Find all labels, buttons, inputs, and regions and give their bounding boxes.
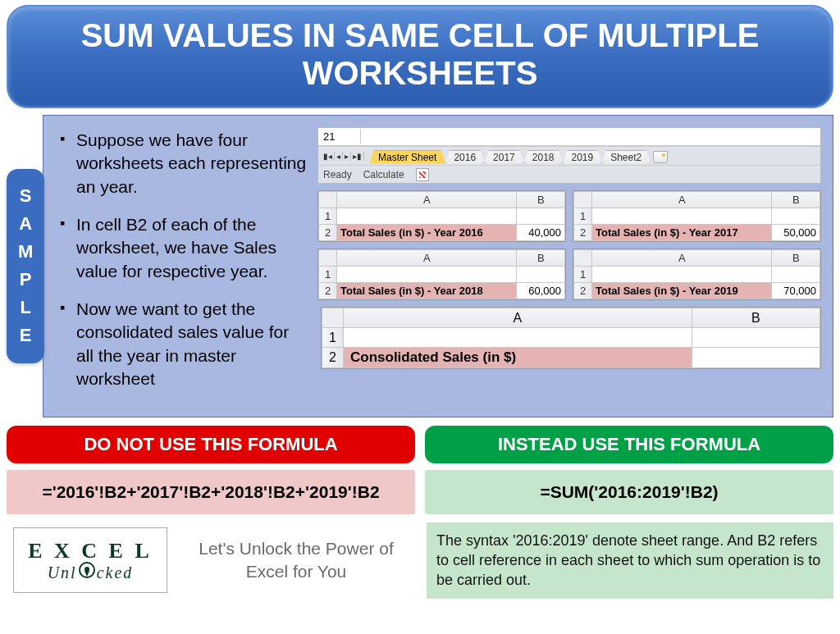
col-header-a: A — [337, 250, 517, 267]
row-header: 2 — [574, 225, 592, 241]
bullet-list: Suppose we have four worksheets each rep… — [58, 127, 309, 405]
sheet-preview-2018: AB 1 2Total Sales (in $) - Year 201860,0… — [317, 249, 566, 300]
sales-label: Total Sales (in $) - Year 2016 — [337, 225, 517, 241]
first-sheet-icon[interactable]: ▮◂ — [322, 152, 335, 161]
prev-sheet-icon[interactable]: ◂ — [335, 152, 343, 161]
keyhole-icon — [79, 562, 95, 578]
tagline: Let's Unlock the Power of Excel for You — [182, 537, 410, 584]
name-box[interactable]: 21 — [318, 129, 361, 144]
sheet-nav-arrows[interactable]: ▮◂ ◂ ▸ ▸▮ — [322, 152, 364, 161]
sample-panel: Suppose we have four worksheets each rep… — [43, 115, 833, 417]
bullet-item: Now we want to get the consolidated sale… — [58, 298, 309, 390]
col-header-a: A — [592, 250, 772, 267]
sales-value: 50,000 — [772, 225, 820, 241]
col-header-a: A — [592, 192, 772, 208]
consolidated-label: Consolidated Sales (in $) — [344, 348, 692, 368]
bullet-item: Suppose we have four worksheets each rep… — [58, 129, 309, 198]
sheet-tab-2018[interactable]: 2018 — [523, 150, 564, 164]
sheet-preview-2016: AB 1 2Total Sales (in $) - Year 201640,0… — [317, 190, 566, 242]
sheet-preview-2017: AB 1 2Total Sales (in $) - Year 201750,0… — [573, 190, 821, 242]
dont-formula: ='2016'!B2+'2017'!B2+'2018'!B2+'2019'!B2 — [7, 470, 415, 513]
do-formula: =SUM('2016:2019'!B2) — [425, 470, 833, 513]
page-title: SUM VALUES IN SAME CELL OF MULTIPLE WORK… — [7, 5, 833, 108]
col-header-b: B — [692, 308, 819, 328]
col-header-b: B — [517, 192, 565, 208]
col-header-b: B — [772, 192, 820, 208]
sales-label: Total Sales (in $) - Year 2017 — [592, 225, 772, 241]
row-header: 1 — [574, 267, 592, 283]
sales-value: 40,000 — [517, 225, 565, 241]
sales-label: Total Sales (in $) - Year 2018 — [337, 283, 517, 299]
row-header: 1 — [319, 267, 337, 283]
sales-label: Total Sales (in $) - Year 2019 — [592, 283, 772, 299]
col-header-b: B — [517, 250, 565, 267]
col-header-a: A — [337, 192, 517, 208]
row-header: 2 — [322, 348, 344, 368]
sheet-tab-sheet2[interactable]: Sheet2 — [601, 150, 651, 164]
status-calculate: Calculate — [363, 169, 404, 180]
row-header: 2 — [574, 283, 592, 299]
master-sheet-preview: AB 1 2Consolidated Sales (in $) — [321, 307, 821, 369]
row-header: 1 — [322, 328, 344, 348]
bullet-item: In cell B2 of each of the worksheet, we … — [58, 213, 309, 283]
sample-badge: SAMPLE — [7, 169, 44, 363]
sheet-tab-2017[interactable]: 2017 — [484, 150, 524, 164]
sheet-tab-2019[interactable]: 2019 — [562, 150, 602, 164]
row-header: 2 — [319, 225, 337, 241]
macro-record-icon[interactable] — [416, 168, 429, 181]
sheet-tab-2016[interactable]: 2016 — [445, 150, 485, 164]
sheet-preview-2019: AB 1 2Total Sales (in $) - Year 201970,0… — [573, 249, 821, 300]
formula-bar[interactable] — [361, 128, 820, 145]
col-header-b: B — [772, 250, 820, 267]
last-sheet-icon[interactable]: ▸▮ — [351, 152, 364, 161]
row-header: 1 — [574, 208, 592, 225]
excel-tabbar-screenshot: 21 ▮◂ ◂ ▸ ▸▮ Master Sheet 2016 2017 — [317, 127, 821, 184]
sales-value: 70,000 — [772, 283, 820, 299]
consolidated-value — [692, 348, 819, 368]
row-header: 2 — [319, 283, 337, 299]
status-ready: Ready — [323, 169, 352, 180]
new-sheet-icon[interactable] — [653, 151, 668, 163]
dont-header: DO NOT USE THIS FORMULA — [7, 426, 415, 463]
row-header: 1 — [319, 208, 337, 225]
col-header-a: A — [344, 308, 692, 328]
sales-value: 60,000 — [517, 283, 565, 299]
do-description: The syntax '2016:2019' denote sheet rang… — [427, 522, 833, 599]
do-header: INSTEAD USE THIS FORMULA — [425, 426, 833, 463]
sheet-tab-master[interactable]: Master Sheet — [369, 150, 445, 164]
next-sheet-icon[interactable]: ▸ — [343, 152, 351, 161]
excel-unlocked-logo: E X C E L Unlcked — [13, 527, 167, 593]
